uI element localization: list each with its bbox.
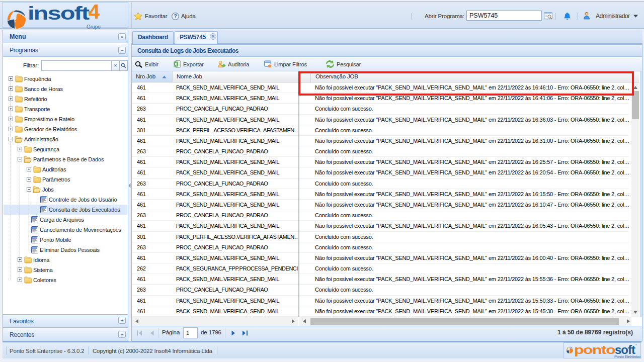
svg-text:?: ? xyxy=(174,14,177,19)
